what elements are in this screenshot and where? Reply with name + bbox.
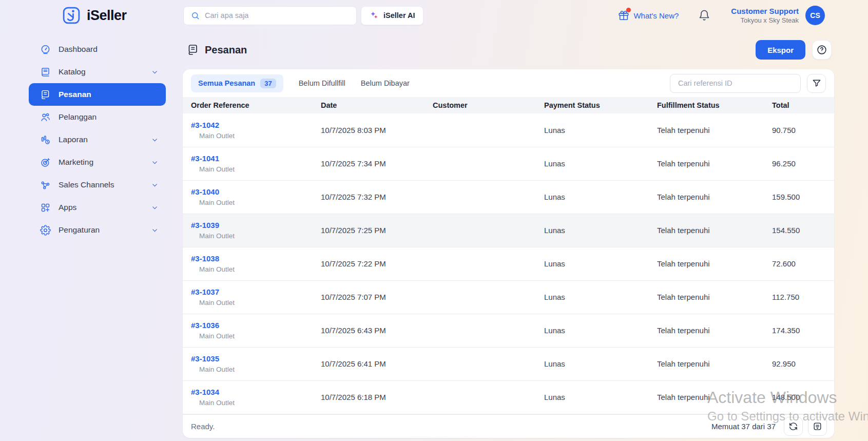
order-reference-link[interactable]: #3-1042 [191,121,219,129]
tab-count-badge: 37 [260,79,276,88]
order-reference-link[interactable]: #3-1040 [191,187,219,196]
fulfillment-status: Telah terpenuhi [649,380,764,414]
order-total: 90.750 [764,113,834,147]
load-count: Memuat 37 dari 37 [711,422,776,431]
whats-new-label: What's New? [633,11,679,20]
order-reference-link[interactable]: #3-1037 [191,287,219,296]
order-total: 174.350 [764,314,834,347]
sidebar-item-katalog[interactable]: Katalog [29,61,166,83]
order-total: 92.950 [764,347,834,380]
page-title: Pesanan [205,44,247,56]
column-header-total: Total [764,97,834,113]
tab-belum-dibayar[interactable]: Belum Dibayar [361,75,410,91]
reference-search-input[interactable] [670,74,801,93]
sparkles-icon [369,10,379,21]
chevron-down-icon [151,226,159,234]
question-icon [816,44,827,55]
payment-status: Lunas [536,247,649,280]
order-reference-link[interactable]: #3-1039 [191,221,219,229]
order-outlet: Main Outlet [199,299,313,306]
user-name: Customer Support [731,7,799,15]
tab-semua-pesanan[interactable]: Semua Pesanan 37 [191,74,283,92]
gauge-icon [40,44,51,55]
order-customer [425,314,536,347]
brand-logo[interactable]: iSeller [0,6,169,25]
refresh-button[interactable] [784,417,803,436]
fulfillment-status: Telah terpenuhi [649,347,764,380]
apps-icon [40,202,51,213]
iseller-ai-label: iSeller AI [383,11,415,20]
fulfillment-status: Telah terpenuhi [649,214,764,247]
table-row[interactable]: #3-1034 Main Outlet 10/7/2025 6:18 PM Lu… [183,380,834,414]
order-date: 10/7/2025 7:25 PM [313,214,425,247]
order-total: 159.500 [764,180,834,214]
sidebar-item-pesanan[interactable]: Pesanan [29,83,166,106]
page-header: Pesanan Ekspor [183,38,834,62]
payment-status: Lunas [536,380,649,414]
sidebar-item-laporan[interactable]: Laporan [29,128,166,151]
table-row[interactable]: #3-1041 Main Outlet 10/7/2025 7:34 PM Lu… [183,147,834,180]
table-row[interactable]: #3-1036 Main Outlet 10/7/2025 6:43 PM Lu… [183,314,834,347]
order-reference-link[interactable]: #3-1038 [191,254,219,263]
table-row[interactable]: #3-1038 Main Outlet 10/7/2025 7:22 PM Lu… [183,247,834,280]
orders-card: Semua Pesanan 37 Belum Difullfill Belum … [183,69,834,438]
statusbar: Ready. Memuat 37 dari 37 [183,414,834,438]
order-customer [425,247,536,280]
orders-toolbar: Semua Pesanan 37 Belum Difullfill Belum … [183,69,834,97]
order-date: 10/7/2025 7:32 PM [313,180,425,214]
network-icon [40,180,51,190]
funnel-icon [812,78,822,88]
order-total: 148.500 [764,380,834,414]
fulfillment-status: Telah terpenuhi [649,147,764,180]
filter-button[interactable] [807,74,826,93]
payment-status: Lunas [536,347,649,380]
order-date: 10/7/2025 7:22 PM [313,247,425,280]
target-icon [40,157,51,168]
order-reference-link[interactable]: #3-1034 [191,388,219,396]
order-customer [425,280,536,314]
payment-status: Lunas [536,180,649,214]
sidebar-item-pengaturan[interactable]: Pengaturan [29,219,166,241]
sidebar-item-pelanggan[interactable]: Pelanggan [29,106,166,128]
order-date: 10/7/2025 6:18 PM [313,380,425,414]
table-row[interactable]: #3-1042 Main Outlet 10/7/2025 8:03 PM Lu… [183,113,834,147]
global-search-input[interactable]: Cari apa saja [183,6,357,25]
order-reference-link[interactable]: #3-1041 [191,154,219,163]
whats-new-button[interactable]: What's New? [618,10,679,21]
brand-name: iSeller [87,8,127,24]
orders-table: Order ReferenceDateCustomerPayment Statu… [183,97,834,414]
order-total: 96.250 [764,147,834,180]
order-customer [425,113,536,147]
people-icon [40,112,51,123]
chevron-down-icon [151,159,159,166]
iseller-ai-button[interactable]: iSeller AI [361,6,423,25]
topbar: iSeller Cari apa saja iSeller AI [0,0,868,31]
table-row[interactable]: #3-1035 Main Outlet 10/7/2025 6:41 PM Lu… [183,347,834,380]
table-row[interactable]: #3-1040 Main Outlet 10/7/2025 7:32 PM Lu… [183,180,834,214]
sidebar-item-sales-channels[interactable]: Sales Channels [29,174,166,196]
chevron-down-icon [151,181,159,189]
avatar[interactable]: CS [805,6,825,25]
order-customer [425,347,536,380]
order-reference-link[interactable]: #3-1036 [191,321,219,330]
tab-belum-difullfill[interactable]: Belum Difullfill [299,75,345,91]
user-store: Tokyou x Sky Steak [731,16,799,24]
payment-status: Lunas [536,113,649,147]
gear-icon [40,225,51,236]
notification-dot [626,8,631,12]
activity-log-button[interactable] [808,417,827,436]
sidebar-item-marketing[interactable]: Marketing [29,151,166,174]
sidebar-item-apps[interactable]: Apps [29,196,166,219]
table-row[interactable]: #3-1039 Main Outlet 10/7/2025 7:25 PM Lu… [183,214,834,247]
user-menu[interactable]: Customer Support Tokyou x Sky Steak CS [731,6,825,25]
export-button[interactable]: Ekspor [756,40,805,60]
bell-icon[interactable] [698,9,710,22]
order-total: 112.750 [764,280,834,314]
help-button[interactable] [812,40,832,60]
chart-icon [40,135,51,145]
order-tabs: Semua Pesanan 37 Belum Difullfill Belum … [191,74,410,92]
sidebar-item-dashboard[interactable]: Dashboard [29,38,166,61]
payment-status: Lunas [536,314,649,347]
order-reference-link[interactable]: #3-1035 [191,354,219,363]
table-row[interactable]: #3-1037 Main Outlet 10/7/2025 7:07 PM Lu… [183,280,834,314]
